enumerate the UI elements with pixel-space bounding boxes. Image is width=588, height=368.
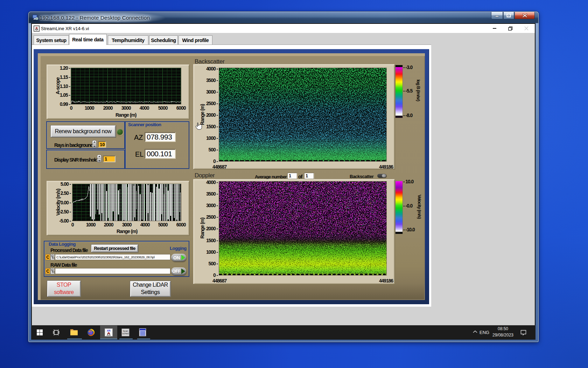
svg-text:Scan: Scan [123,330,128,332]
svg-text:XR: XR [107,329,111,332]
svg-text:sched: sched [122,332,129,335]
